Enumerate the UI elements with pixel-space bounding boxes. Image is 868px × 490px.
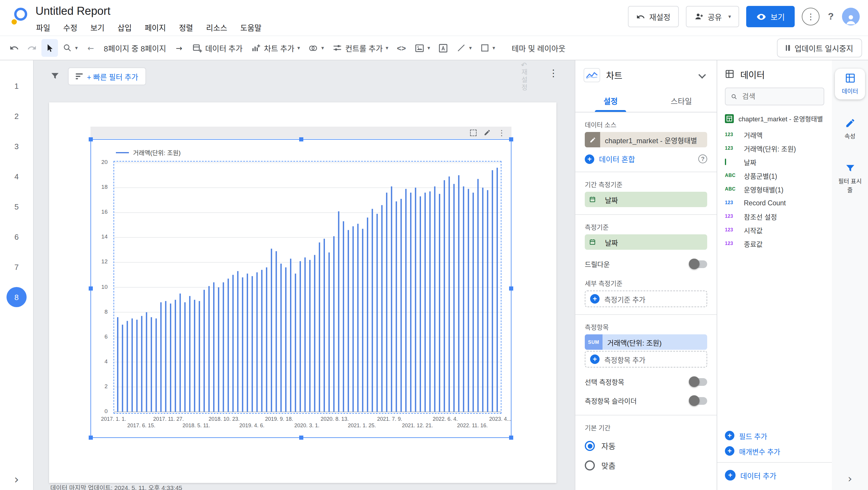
blend-data-button[interactable]: + 데이터 혼합 ?	[585, 153, 707, 165]
add-blend-tool[interactable]: ▾	[305, 39, 328, 57]
add-image-tool[interactable]: ▾	[411, 39, 434, 57]
field-row[interactable]: 123참조선 설정	[725, 209, 824, 223]
add-line-tool[interactable]: ▾	[453, 39, 475, 57]
page-thumb-4[interactable]: 4	[6, 166, 27, 186]
zoom-tool[interactable]: ▾	[59, 39, 81, 57]
menu-edit[interactable]: 수정	[57, 20, 84, 35]
add-metric-button[interactable]: + 측정항목 추가	[585, 351, 707, 368]
resize-handle-w[interactable]	[89, 286, 93, 291]
quick-filter-add-button[interactable]: + 빠른 필터 추가	[68, 67, 146, 85]
page-thumb-7[interactable]: 7	[6, 257, 27, 277]
page-thumb-2[interactable]: 2	[6, 106, 27, 126]
share-button-label: 공유	[708, 11, 722, 22]
field-row[interactable]: 123거래액	[725, 128, 824, 141]
more-options-button[interactable]: ⋮	[802, 8, 819, 25]
page-thumb-5[interactable]: 5	[6, 197, 27, 217]
menu-insert[interactable]: 삽입	[111, 20, 138, 35]
dimension-chip[interactable]: 날짜	[585, 234, 707, 250]
share-button[interactable]: 공유 ▾	[686, 6, 739, 27]
field-row[interactable]: 123Record Count	[725, 196, 824, 209]
edit-pencil-icon[interactable]	[585, 132, 600, 147]
next-page-button[interactable]: →	[171, 39, 187, 57]
add-field-button[interactable]: + 필드 추가	[725, 428, 824, 443]
resize-handle-n[interactable]	[299, 137, 303, 141]
field-row[interactable]: 123거래액(단위: 조원)	[725, 141, 824, 155]
range-auto-option[interactable]: 자동	[585, 440, 707, 452]
help-icon[interactable]: ?	[698, 154, 707, 163]
menu-help[interactable]: 도움말	[234, 20, 268, 35]
field-row[interactable]: 123종료값	[725, 237, 824, 250]
redo-button[interactable]	[24, 39, 40, 57]
metric-slider-toggle[interactable]	[689, 397, 707, 404]
field-row[interactable]: 날짜	[725, 155, 824, 169]
chevron-down-icon[interactable]	[698, 71, 706, 79]
drilldown-toggle[interactable]	[689, 260, 707, 268]
resize-handle-sw[interactable]	[89, 436, 93, 440]
edit-pencil-icon[interactable]	[484, 129, 491, 136]
aggregation-badge[interactable]: SUM	[585, 334, 602, 350]
menu-view[interactable]: 보기	[84, 20, 111, 35]
time-series-chart-component[interactable]: ⋮ 거래액(단위: 조원) 02468101214161820	[90, 139, 512, 438]
menu-file[interactable]: 파일	[30, 20, 57, 35]
field-row[interactable]: ABC상품군별(1)	[725, 169, 824, 182]
menu-resource[interactable]: 리소스	[199, 20, 234, 35]
pause-updates-button[interactable]: 업데이트 일시중지	[777, 38, 862, 57]
rail-tab-data[interactable]: 데이터	[835, 69, 865, 99]
field-row[interactable]: ABC운영형태별(1)	[725, 182, 824, 196]
date-range-dimension-chip[interactable]: 날짜	[585, 192, 707, 207]
field-row[interactable]: 123시작값	[725, 223, 824, 237]
range-custom-option[interactable]: 맞춤	[585, 460, 707, 471]
chart-more-options-icon[interactable]: ⋮	[498, 129, 505, 136]
add-parameter-button[interactable]: + 매개변수 추가	[725, 443, 824, 459]
rail-tab-filter-bar[interactable]: 필터 표시줄	[835, 158, 865, 198]
add-data-button[interactable]: + 데이터 추가	[725, 466, 824, 484]
add-control-button[interactable]: 컨트롤 추가 ▾	[329, 39, 392, 57]
resize-handle-nw[interactable]	[89, 137, 93, 141]
help-icon[interactable]: ?	[827, 11, 835, 22]
select-tool[interactable]	[41, 39, 58, 57]
resize-handle-s[interactable]	[299, 436, 303, 440]
page-thumb-6[interactable]: 6	[6, 227, 27, 247]
divider	[575, 415, 717, 415]
report-page[interactable]: ⋮ 거래액(단위: 조원) 02468101214161820	[49, 103, 556, 483]
resize-handle-ne[interactable]	[509, 137, 513, 141]
report-title[interactable]: Untitled Report	[35, 4, 268, 19]
page-thumb-8-selected[interactable]: 8	[6, 287, 27, 307]
add-dimension-button[interactable]: + 측정기준 추가	[585, 291, 707, 307]
undo-icon: ↶	[521, 62, 527, 69]
add-data-button[interactable]: 데이터 추가	[189, 39, 246, 57]
date-field-name: 날짜	[600, 194, 623, 204]
tab-setup[interactable]: 설정	[575, 90, 646, 112]
share-dropdown-caret[interactable]: ▾	[728, 14, 731, 19]
embed-code-tool[interactable]: <>	[393, 39, 410, 57]
optional-metrics-toggle[interactable]	[689, 378, 707, 385]
page-thumb-1[interactable]: 1	[6, 76, 27, 96]
field-search-box[interactable]	[725, 88, 824, 105]
prev-page-button[interactable]: ←	[83, 39, 99, 57]
expand-pages-chevron-icon[interactable]: ›	[14, 473, 19, 485]
field-search-input[interactable]	[742, 92, 818, 100]
reset-button[interactable]: 재설정	[628, 6, 679, 27]
avatar[interactable]	[842, 8, 860, 25]
tab-style[interactable]: 스타일	[646, 90, 717, 112]
select-region-icon[interactable]	[470, 129, 476, 136]
undo-button[interactable]	[6, 39, 23, 57]
canvas-more-options-icon[interactable]: ⋮	[549, 69, 558, 78]
filter-funnel-icon[interactable]	[50, 71, 60, 81]
page-thumb-3[interactable]: 3	[6, 136, 27, 156]
data-source-row[interactable]: chapter1_market - 운영형태별	[725, 114, 824, 123]
data-source-chip[interactable]: chapter1_market - 운영형태별	[585, 132, 707, 147]
resize-handle-e[interactable]	[509, 286, 513, 291]
chart-type-icon[interactable]	[584, 68, 600, 82]
metric-chip[interactable]: SUM 거래액(단위: 조원)	[585, 334, 707, 350]
menu-page[interactable]: 페이지	[138, 20, 173, 35]
rail-tab-properties[interactable]: 속성	[835, 114, 865, 144]
theme-layout-button[interactable]: 테마 및 레이아웃	[508, 39, 569, 57]
collapse-panel-chevron-icon[interactable]: ›	[848, 473, 852, 484]
add-chart-button[interactable]: 차트 추가 ▾	[247, 39, 304, 57]
resize-handle-se[interactable]	[509, 436, 513, 440]
add-text-tool[interactable]	[435, 39, 452, 57]
add-shape-tool[interactable]: ▾	[476, 39, 499, 57]
menu-arrange[interactable]: 정렬	[173, 20, 199, 35]
view-button[interactable]: 보기	[746, 6, 795, 27]
